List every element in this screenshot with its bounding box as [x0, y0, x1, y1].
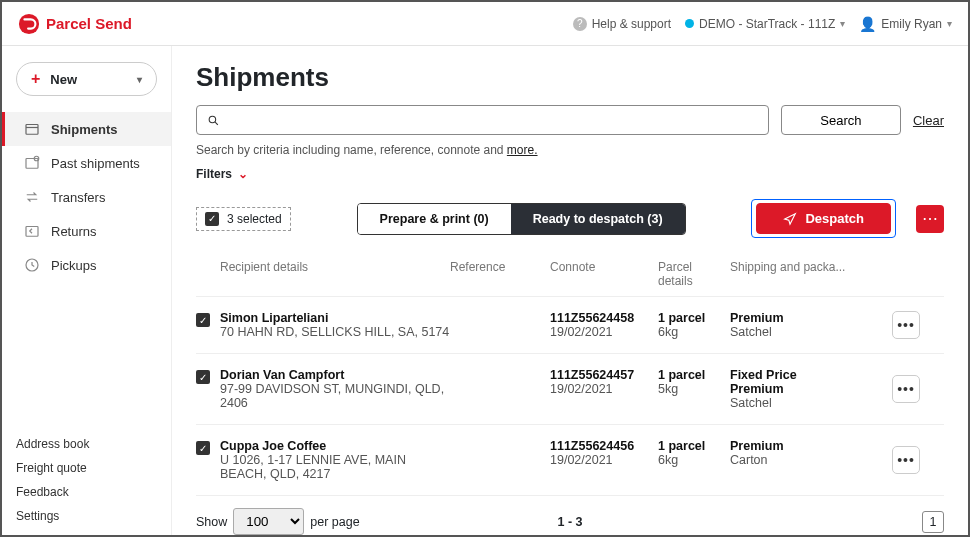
col-recipient: Recipient details: [220, 260, 450, 288]
recipient-name: Cuppa Joe Coffee: [220, 439, 450, 453]
sidebar-link-settings[interactable]: Settings: [16, 509, 157, 523]
connote-date: 19/02/2021: [550, 453, 658, 467]
filters-toggle[interactable]: Filters ⌄: [196, 167, 944, 181]
more-criteria-link[interactable]: more.: [507, 143, 538, 157]
table-row: ✓ Cuppa Joe Coffee U 1026, 1-17 LENNIE A…: [196, 425, 944, 496]
recipient-address: 97-99 DAVIDSON ST, MUNGINDI, QLD, 2406: [220, 382, 450, 410]
chevron-down-icon: ▾: [840, 18, 845, 29]
transfers-icon: [23, 188, 41, 206]
parcel-weight: 6kg: [658, 453, 730, 467]
send-icon: [783, 212, 797, 226]
col-reference: Reference: [450, 260, 550, 288]
recipient-name: Dorian Van Campfort: [220, 368, 450, 382]
search-icon: [207, 114, 220, 127]
select-all-checkbox[interactable]: ✓: [205, 212, 219, 226]
tab-ready-despatch[interactable]: Ready to despatch (3): [511, 204, 685, 234]
row-more-button[interactable]: •••: [892, 446, 920, 474]
sidebar-item-shipments[interactable]: Shipments: [2, 112, 171, 146]
status-tabs: Prepare & print (0) Ready to despatch (3…: [357, 203, 686, 235]
pager-perpage-label: per page: [310, 515, 359, 529]
sidebar-item-pickups[interactable]: Pickups: [2, 248, 171, 282]
page-title: Shipments: [196, 62, 944, 93]
more-icon: •••: [897, 317, 915, 333]
returns-icon: [23, 222, 41, 240]
clear-link[interactable]: Clear: [913, 113, 944, 128]
tab-prepare-print[interactable]: Prepare & print (0): [358, 204, 511, 234]
row-checkbox[interactable]: ✓: [196, 370, 210, 384]
col-connote: Connote: [550, 260, 658, 288]
connote-number: 111Z55624456: [550, 439, 658, 453]
sidebar-link-feedback[interactable]: Feedback: [16, 485, 157, 499]
connote-date: 19/02/2021: [550, 382, 658, 396]
more-icon: •••: [897, 381, 915, 397]
chevron-down-icon: ⌄: [238, 167, 248, 181]
pager-range: 1 - 3: [557, 515, 582, 529]
account-switcher[interactable]: DEMO - StarTrack - 111Z ▾: [685, 17, 845, 31]
pickups-icon: [23, 256, 41, 274]
col-shipping: Shipping and packa...: [730, 260, 880, 288]
svg-rect-2: [26, 159, 38, 169]
row-checkbox[interactable]: ✓: [196, 441, 210, 455]
parcel-count: 1 parcel: [658, 368, 730, 382]
shipping-info: PremiumCarton: [730, 439, 880, 467]
chevron-down-icon: ▾: [137, 74, 142, 85]
new-button[interactable]: + New ▾: [16, 62, 157, 96]
brand-name: Parcel Send: [46, 15, 132, 32]
page-number[interactable]: 1: [922, 511, 944, 533]
search-input[interactable]: [228, 112, 758, 129]
parcel-count: 1 parcel: [658, 439, 730, 453]
sidebar-link-address-book[interactable]: Address book: [16, 437, 157, 451]
row-checkbox[interactable]: ✓: [196, 313, 210, 327]
col-parcel: Parcel details: [658, 260, 730, 288]
sidebar-item-past-shipments[interactable]: Past shipments: [2, 146, 171, 180]
recipient-name: Simon Liparteliani: [220, 311, 450, 325]
help-link[interactable]: ? Help & support: [573, 17, 671, 31]
sidebar-item-transfers[interactable]: Transfers: [2, 180, 171, 214]
selection-count[interactable]: ✓ 3 selected: [196, 207, 291, 231]
chevron-down-icon: ▾: [947, 18, 952, 29]
plus-icon: +: [31, 71, 40, 87]
table-row: ✓ Dorian Van Campfort 97-99 DAVIDSON ST,…: [196, 354, 944, 425]
sidebar-link-freight-quote[interactable]: Freight quote: [16, 461, 157, 475]
shipments-icon: [23, 120, 41, 138]
shipping-info: Fixed PricePremiumSatchel: [730, 368, 880, 410]
pager-show-label: Show: [196, 515, 227, 529]
more-icon: •••: [897, 452, 915, 468]
auspost-logo-icon: [18, 13, 40, 35]
user-icon: 👤: [859, 16, 876, 32]
help-icon: ?: [573, 17, 587, 31]
search-box[interactable]: [196, 105, 769, 135]
page-size-select[interactable]: 100: [233, 508, 304, 535]
row-more-button[interactable]: •••: [892, 311, 920, 339]
parcel-count: 1 parcel: [658, 311, 730, 325]
shipping-info: PremiumSatchel: [730, 311, 880, 339]
table-row: ✓ Simon Liparteliani 70 HAHN RD, SELLICK…: [196, 297, 944, 354]
svg-rect-4: [26, 227, 38, 237]
search-hint: Search by criteria including name, refer…: [196, 143, 944, 157]
more-actions-button[interactable]: ⋯: [916, 205, 944, 233]
connote-date: 19/02/2021: [550, 325, 658, 339]
svg-rect-1: [26, 125, 38, 135]
despatch-button[interactable]: Despatch: [756, 203, 891, 234]
parcel-weight: 6kg: [658, 325, 730, 339]
recipient-address: 70 HAHN RD, SELLICKS HILL, SA, 5174: [220, 325, 450, 339]
recipient-address: U 1026, 1-17 LENNIE AVE, MAIN BEACH, QLD…: [220, 453, 450, 481]
parcel-weight: 5kg: [658, 382, 730, 396]
brand-logo[interactable]: Parcel Send: [18, 13, 132, 35]
row-more-button[interactable]: •••: [892, 375, 920, 403]
past-shipments-icon: [23, 154, 41, 172]
user-menu[interactable]: 👤 Emily Ryan ▾: [859, 16, 952, 32]
connote-number: 111Z55624457: [550, 368, 658, 382]
sidebar-item-returns[interactable]: Returns: [2, 214, 171, 248]
search-button[interactable]: Search: [781, 105, 901, 135]
more-icon: ⋯: [922, 209, 938, 228]
svg-point-6: [209, 116, 216, 123]
connote-number: 111Z55624458: [550, 311, 658, 325]
status-dot-icon: [685, 19, 694, 28]
